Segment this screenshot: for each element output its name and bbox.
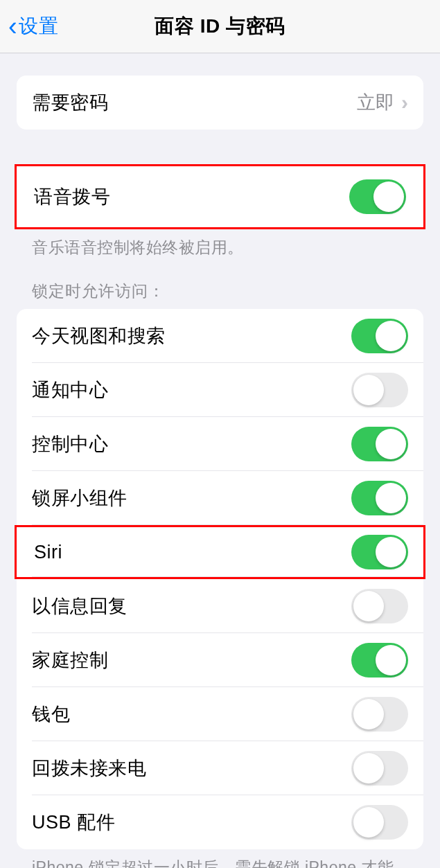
allow-row-toggle[interactable] <box>351 535 408 569</box>
allow-row: 今天视图和搜索 <box>17 309 423 363</box>
allow-row-toggle[interactable] <box>351 481 408 515</box>
allow-row-toggle[interactable] <box>351 589 408 623</box>
require-passcode-value: 立即 <box>357 90 394 115</box>
allow-row: 锁屏小组件 <box>17 471 423 525</box>
allow-row: 钱包 <box>17 687 423 741</box>
voice-dial-highlight: 语音拨号 <box>15 164 425 229</box>
allow-row: 控制中心 <box>17 417 423 471</box>
voice-dial-footer: 音乐语音控制将始终被启用。 <box>0 229 440 258</box>
allow-row-label: 通知中心 <box>32 378 108 402</box>
allow-access-list: 今天视图和搜索通知中心控制中心锁屏小组件Siri以信息回复家庭控制钱包回拨未接来… <box>17 309 423 849</box>
allow-row: 通知中心 <box>17 363 423 417</box>
allow-row: USB 配件 <box>17 795 423 849</box>
allow-row-label: 家庭控制 <box>32 648 108 673</box>
allow-row-toggle[interactable] <box>351 697 408 732</box>
require-passcode-label: 需要密码 <box>32 90 108 115</box>
navigation-bar: ‹ 设置 面容 ID 与密码 <box>0 0 440 53</box>
allow-row-toggle[interactable] <box>351 751 408 786</box>
allow-access-header: 锁定时允许访问： <box>0 281 440 309</box>
allow-row-label: 锁屏小组件 <box>32 486 127 511</box>
require-passcode-group: 需要密码 立即 › <box>17 76 423 130</box>
allow-row-toggle[interactable] <box>351 427 408 461</box>
back-button[interactable]: ‹ 设置 <box>8 13 59 39</box>
allow-row: Siri <box>15 525 425 579</box>
allow-access-footer: iPhone 锁定超过一小时后，需先解锁 iPhone 才能允许 USB 配件连… <box>0 849 440 868</box>
allow-row-toggle[interactable] <box>351 643 408 677</box>
allow-row: 家庭控制 <box>17 633 423 687</box>
page-title: 面容 ID 与密码 <box>155 13 285 39</box>
voice-dial-toggle[interactable] <box>349 179 406 214</box>
allow-row-label: USB 配件 <box>32 810 115 835</box>
allow-row-toggle[interactable] <box>351 319 408 353</box>
allow-row-label: 今天视图和搜索 <box>32 324 166 348</box>
allow-row-label: 控制中心 <box>32 432 108 457</box>
chevron-right-icon: › <box>401 91 408 114</box>
allow-row: 以信息回复 <box>17 579 423 633</box>
allow-row-label: Siri <box>32 542 62 563</box>
allow-row-label: 以信息回复 <box>32 594 127 619</box>
back-label: 设置 <box>19 13 59 39</box>
allow-row-label: 钱包 <box>32 702 70 727</box>
voice-dial-label: 语音拨号 <box>34 184 110 209</box>
allow-row-label: 回拨未接来电 <box>32 756 146 781</box>
allow-row-toggle[interactable] <box>351 805 408 840</box>
allow-row-toggle[interactable] <box>351 373 408 407</box>
allow-row: 回拨未接来电 <box>17 741 423 795</box>
voice-dial-row: 语音拨号 <box>17 166 423 227</box>
require-passcode-row[interactable]: 需要密码 立即 › <box>17 76 423 130</box>
chevron-left-icon: ‹ <box>8 13 17 39</box>
